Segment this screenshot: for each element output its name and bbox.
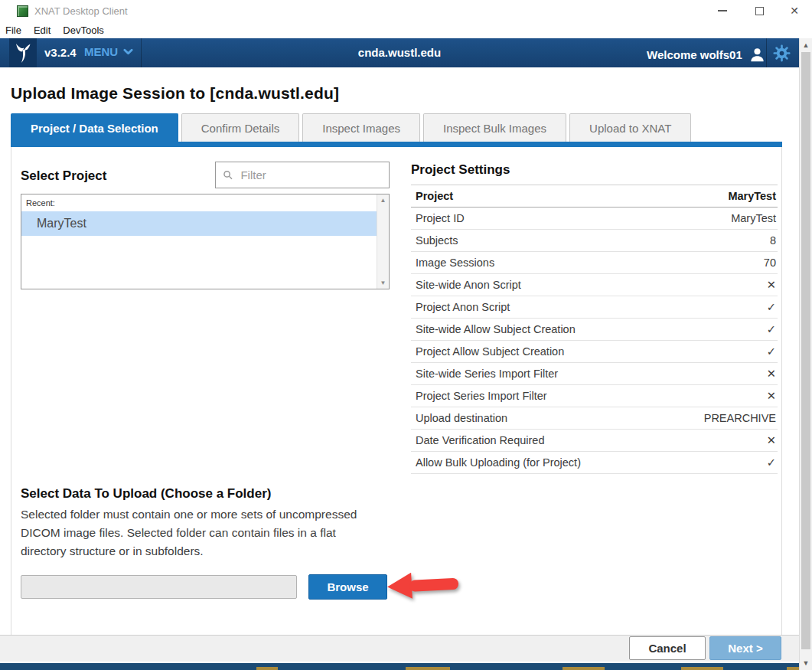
settings-row: Site-wide Allow Subject Creation✓ xyxy=(411,319,778,341)
app-icon xyxy=(17,5,28,17)
gear-icon xyxy=(773,44,791,62)
setting-label: Upload destination xyxy=(416,412,507,424)
setting-label: Site-wide Anon Script xyxy=(416,279,521,291)
maximize-button[interactable] xyxy=(745,0,773,21)
setting-label: Allow Bulk Uploading (for Project) xyxy=(416,456,581,469)
menu-item-devtools[interactable]: DevTools xyxy=(63,25,103,36)
setting-value: ✓ xyxy=(767,301,776,313)
tab-project-data-selection[interactable]: Project / Data Selection xyxy=(11,113,178,142)
select-project-heading: Select Project xyxy=(21,168,106,184)
welcome-text: Welcome wolfs01 xyxy=(647,48,742,61)
xnat-logo xyxy=(9,38,37,67)
setting-value: ✓ xyxy=(767,345,776,358)
upload-section-heading: Select Data To Upload (Choose a Folder) xyxy=(21,486,271,502)
setting-value: ✓ xyxy=(767,323,776,335)
tab-bar: Project / Data SelectionConfirm DetailsI… xyxy=(11,113,691,142)
search-icon xyxy=(223,169,233,181)
page-title: Upload Image Session to [cnda.wustl.edu] xyxy=(11,84,339,103)
project-settings-heading: Project Settings xyxy=(411,162,510,178)
project-listbox: Recent: MaryTest ▲ ▼ xyxy=(21,194,390,289)
tab-inspect-bulk-images[interactable]: Inspect Bulk Images xyxy=(423,113,566,142)
setting-label: Project ID xyxy=(416,212,465,224)
tab-confirm-details[interactable]: Confirm Details xyxy=(181,113,300,142)
settings-row: Image Sessions70 xyxy=(411,252,778,274)
recent-label: Recent: xyxy=(26,198,55,208)
browse-button[interactable]: Browse xyxy=(308,574,387,600)
close-icon: ✕ xyxy=(790,5,799,16)
upload-description: Selected folder must contain one or more… xyxy=(21,505,379,561)
project-list-item[interactable]: MaryTest xyxy=(21,211,377,236)
project-filter-input[interactable] xyxy=(239,168,382,182)
setting-label: Site-wide Allow Subject Creation xyxy=(416,323,576,335)
setting-value: ✕ xyxy=(767,390,776,402)
cancel-button[interactable]: Cancel xyxy=(629,636,706,660)
menu-dropdown-label: MENU xyxy=(84,45,118,58)
minimize-icon xyxy=(718,10,727,11)
xnat-logo-icon xyxy=(14,43,32,64)
user-menu[interactable]: Welcome wolfs01 xyxy=(647,46,766,64)
settings-row: Site-wide Series Import Filter✕ xyxy=(411,363,778,385)
settings-row: Project Anon Script✓ xyxy=(411,296,778,319)
settings-row: Project IDMaryTest xyxy=(411,208,778,230)
setting-value: ✕ xyxy=(767,368,776,380)
setting-label: Project Anon Script xyxy=(416,301,510,313)
appbar-divider xyxy=(141,38,142,67)
setting-label: Image Sessions xyxy=(416,257,494,269)
maximize-icon xyxy=(755,7,764,15)
clipped-footer-strip xyxy=(0,663,799,670)
listbox-scrollbar[interactable]: ▲ ▼ xyxy=(377,194,389,289)
setting-value: ✓ xyxy=(767,456,776,469)
window-title-bar: XNAT Desktop Client ✕ xyxy=(0,0,812,21)
app-bar: v3.2.4 MENU cnda.wustl.edu Welcome wolfs… xyxy=(0,38,799,67)
setting-value: MaryTest xyxy=(731,212,776,224)
setting-value: MaryTest xyxy=(728,190,776,202)
scroll-down-icon[interactable]: ▼ xyxy=(377,279,389,286)
settings-button[interactable] xyxy=(773,44,791,65)
project-list: MaryTest xyxy=(21,211,377,236)
setting-value: 70 xyxy=(764,257,776,269)
menu-dropdown[interactable]: MENU xyxy=(84,45,133,58)
project-settings-table: ProjectMaryTestProject IDMaryTestSubject… xyxy=(411,185,778,474)
menu-bar: FileEditDevTools xyxy=(0,21,812,38)
settings-row: Date Verification Required✕ xyxy=(411,430,778,452)
scroll-up-icon[interactable]: ▲ xyxy=(377,197,389,204)
folder-path-input[interactable] xyxy=(21,575,297,599)
window-title: XNAT Desktop Client xyxy=(34,5,128,17)
settings-row: Project Allow Subject Creation✓ xyxy=(411,341,778,363)
settings-row: Subjects8 xyxy=(411,230,778,252)
scroll-up-icon[interactable]: ▲ xyxy=(800,41,812,49)
setting-value: ✕ xyxy=(767,434,776,446)
scrollbar-thumb[interactable] xyxy=(801,52,810,649)
setting-label: Project Series Import Filter xyxy=(416,390,547,402)
scroll-down-icon[interactable]: ▼ xyxy=(800,659,812,667)
setting-value: ✕ xyxy=(767,279,776,291)
setting-value: 8 xyxy=(770,234,776,247)
close-button[interactable]: ✕ xyxy=(781,0,808,21)
setting-label: Date Verification Required xyxy=(416,434,544,446)
user-icon xyxy=(748,46,766,64)
tab-upload-to-xnat[interactable]: Upload to XNAT xyxy=(569,113,691,142)
window-scrollbar[interactable]: ▲ ▼ xyxy=(799,38,812,670)
settings-row: Allow Bulk Uploading (for Project)✓ xyxy=(411,452,778,474)
app-version: v3.2.4 xyxy=(44,46,77,59)
settings-row: Project Series Import Filter✕ xyxy=(411,385,778,407)
setting-label: Site-wide Series Import Filter xyxy=(416,368,558,380)
setting-label: Subjects xyxy=(416,234,458,247)
setting-value: PREARCHIVE xyxy=(704,412,776,424)
settings-row: Site-wide Anon Script✕ xyxy=(411,274,778,296)
menu-item-edit[interactable]: Edit xyxy=(34,25,51,36)
minimize-button[interactable] xyxy=(709,0,736,21)
active-tab-underline xyxy=(11,142,782,147)
settings-row: Upload destinationPREARCHIVE xyxy=(411,407,778,430)
next-button[interactable]: Next > xyxy=(709,636,781,660)
chevron-down-icon xyxy=(123,48,133,55)
project-filter xyxy=(215,162,390,188)
menu-item-file[interactable]: File xyxy=(5,25,21,36)
appbar-divider xyxy=(766,38,767,67)
tab-inspect-images[interactable]: Inspect Images xyxy=(302,113,420,142)
settings-row: ProjectMaryTest xyxy=(411,185,778,208)
setting-label: Project xyxy=(416,190,453,202)
setting-label: Project Allow Subject Creation xyxy=(416,345,564,358)
